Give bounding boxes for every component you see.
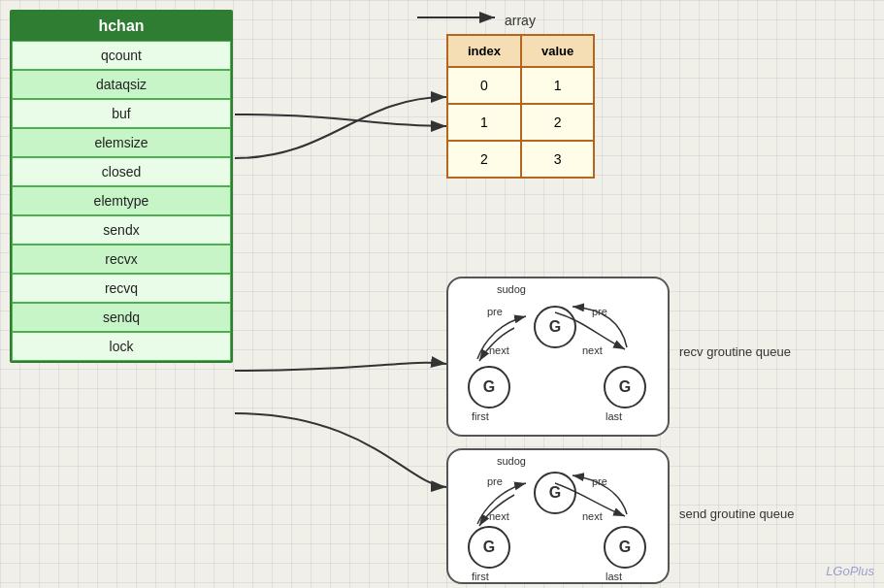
send-queue-container: sudog pre pre next next G G G first last: [446, 448, 670, 584]
array-table: index value 0 1 1 2 2 3: [446, 34, 595, 179]
hchan-table: hchan qcount dataqsiz buf elemsize close…: [10, 10, 233, 363]
send-pre-label1: pre: [487, 475, 503, 487]
table-row: 0 1: [447, 67, 594, 104]
send-queue-external-label: send groutine queue: [679, 506, 795, 521]
array-cell-value-2: 3: [521, 141, 594, 178]
recv-sudog-label: sudog: [497, 283, 526, 295]
hchan-row-elemtype: elemtype: [12, 186, 231, 215]
send-g-first: G: [468, 526, 510, 569]
send-g-last: G: [604, 526, 646, 569]
table-row: 2 3: [447, 141, 594, 178]
recv-pre-label1: pre: [487, 306, 503, 317]
array-cell-value-1: 2: [521, 104, 594, 141]
array-container: array index value 0 1 1 2 2 3: [446, 34, 595, 179]
recv-pre-label2: pre: [592, 306, 607, 317]
recv-queue-container: sudog pre pre next next G G G first last: [446, 277, 670, 437]
watermark: LGoPlus: [826, 564, 874, 578]
hchan-row-closed: closed: [12, 157, 231, 186]
table-row: 1 2: [447, 104, 594, 141]
send-sudog-label: sudog: [497, 455, 526, 467]
recv-last-label: last: [606, 410, 622, 422]
send-g-center: G: [534, 472, 576, 514]
recv-g-center: G: [534, 306, 576, 348]
send-first-label: first: [472, 571, 489, 582]
hchan-row-lock: lock: [12, 332, 231, 361]
recv-next-label2: next: [582, 344, 603, 356]
array-cell-index-2: 2: [447, 141, 521, 178]
hchan-row-dataqsiz: dataqsiz: [12, 70, 231, 99]
array-label: array: [505, 13, 536, 28]
send-next-label2: next: [582, 510, 603, 522]
recv-first-label: first: [472, 410, 489, 422]
send-next-label1: next: [489, 510, 509, 522]
hchan-row-buf: buf: [12, 99, 231, 128]
send-pre-label2: pre: [592, 475, 607, 487]
hchan-row-recvx: recvx: [12, 245, 231, 274]
recv-queue-external-label: recv groutine queue: [679, 344, 791, 359]
hchan-title: hchan: [12, 12, 231, 41]
array-header-index: index: [447, 35, 521, 67]
recv-g-last: G: [604, 366, 646, 408]
send-last-label: last: [606, 571, 622, 582]
recv-next-label1: next: [489, 344, 509, 356]
recv-g-first: G: [468, 366, 510, 408]
hchan-row-sendq: sendq: [12, 303, 231, 332]
hchan-row-sendx: sendx: [12, 215, 231, 245]
hchan-row-qcount: qcount: [12, 41, 231, 70]
array-header-value: value: [521, 35, 594, 67]
array-cell-value-0: 1: [521, 67, 594, 104]
array-cell-index-1: 1: [447, 104, 521, 141]
hchan-row-elemsize: elemsize: [12, 128, 231, 157]
hchan-row-recvq: recvq: [12, 274, 231, 303]
array-cell-index-0: 0: [447, 67, 521, 104]
